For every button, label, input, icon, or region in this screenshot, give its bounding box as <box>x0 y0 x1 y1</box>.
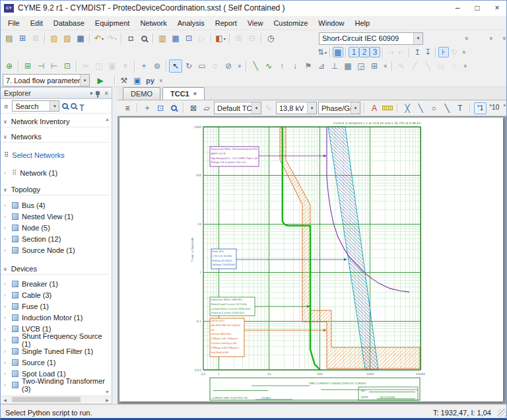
move-tool-button[interactable]: + <box>137 59 151 73</box>
tree-item-shunt-frequency-source-1[interactable]: ›Shunt Frequency Source (1) <box>1 334 112 345</box>
draw-polyline-button[interactable]: ∿ <box>262 59 275 73</box>
panel-splitter[interactable] <box>112 87 118 404</box>
script-combo-arrow-icon[interactable]: ▾ <box>80 75 89 86</box>
expand-chevron-icon[interactable]: › <box>4 202 9 209</box>
tcc-axis-setup-button[interactable]: ⊠ <box>187 102 199 115</box>
tcc-phase-combo[interactable]: Phase/Gro▾ <box>318 102 360 114</box>
toolbar-overflow-button[interactable]: » <box>487 32 495 44</box>
tap-tool-button[interactable]: ⊥ <box>328 59 341 73</box>
tcc-curve-marker-button[interactable]: ╲ <box>415 102 426 115</box>
analysis-mode-combo-arrow-icon[interactable]: ▾ <box>413 33 422 44</box>
tree-scroll-up-icon[interactable]: ▲ <box>105 117 110 122</box>
show-grid-button[interactable]: ▩ <box>333 47 343 57</box>
expand-chevron-icon[interactable]: › <box>4 225 9 231</box>
explorer-hamburger-icon[interactable]: ≡ <box>3 102 9 110</box>
undo-button[interactable]: ↶▾ <box>92 32 106 45</box>
tab-tcc1[interactable]: TCC1× <box>162 87 205 100</box>
tcc-text-tool-button[interactable]: T <box>454 102 466 115</box>
shape-ellipse-button[interactable]: ○ <box>448 59 461 73</box>
move-up-button[interactable]: ↥ <box>412 47 422 57</box>
shape-line-2-button[interactable]: ╲ <box>421 59 434 73</box>
tcc-line-tool-button[interactable]: ╲ <box>441 102 453 115</box>
cut-button[interactable]: ✂ <box>79 59 92 73</box>
orthogonal-mode-button[interactable]: ⊦ <box>438 47 449 57</box>
scroll-left-icon[interactable]: ◀ <box>1 396 9 403</box>
new-network-button[interactable]: ⊞ <box>16 32 29 45</box>
tree-item-select-networks[interactable]: ⠿Select Networks <box>1 149 112 160</box>
menu-database[interactable]: Database <box>48 16 90 30</box>
report-clipboard-button[interactable]: ▥ <box>156 32 169 45</box>
tcc-ruler-button[interactable] <box>382 102 393 115</box>
merge-networks-button[interactable]: ⊟ <box>246 32 259 45</box>
rotate-pointer-button[interactable]: ↻ <box>182 59 195 73</box>
toolbar-overflow-button[interactable]: » <box>156 75 165 87</box>
expand-chevron-icon[interactable]: › <box>4 348 9 355</box>
expand-chevron-icon[interactable]: › <box>4 337 9 343</box>
tree-item-induction-motor-1[interactable]: ›Induction Motor (1) <box>1 312 112 323</box>
phase-view-2-button[interactable]: 2 <box>359 47 370 57</box>
tcc-pan-button[interactable]: + <box>141 102 153 115</box>
tcc-font-button[interactable]: A <box>368 102 380 115</box>
merge-section-button[interactable]: ⊢ <box>48 59 61 73</box>
section-chevron-icon[interactable]: ∨ <box>3 266 7 272</box>
band-fuse-F1-band[interactable] <box>328 127 378 370</box>
menu-edit[interactable]: Edit <box>25 16 48 30</box>
scroll-right-icon[interactable]: ▶ <box>104 396 111 403</box>
insert-section-button[interactable]: ⊞ <box>21 59 34 73</box>
unselect-button[interactable]: ⊘ <box>222 59 235 73</box>
print-preview-button[interactable] <box>137 32 151 45</box>
section-chevron-icon[interactable]: ∨ <box>3 134 7 140</box>
scrollbar-thumb[interactable] <box>12 397 81 402</box>
tcc-zoom-button[interactable] <box>168 102 180 115</box>
network-data-button[interactable]: ⊠ <box>29 32 42 45</box>
section-chevron-icon[interactable]: ∨ <box>3 187 7 193</box>
maximize-button[interactable]: □ <box>467 0 487 16</box>
search-in-results-icon[interactable] <box>71 103 77 109</box>
close-button[interactable]: × <box>487 0 507 16</box>
expand-chevron-icon[interactable]: › <box>4 170 9 176</box>
shape-rect-button[interactable]: ▭ <box>434 59 448 73</box>
toolbar-overflow-button[interactable]: » <box>461 60 469 72</box>
pin-icon[interactable] <box>96 91 100 95</box>
tree-item-source-1[interactable]: ›Source (1) <box>1 357 112 368</box>
script-settings-button[interactable]: ⚒ <box>118 74 131 87</box>
open-file-button[interactable]: ▨ <box>48 32 61 45</box>
menu-help[interactable]: Help <box>349 16 375 30</box>
toolbar-overflow-button[interactable]: » <box>235 60 244 72</box>
node-down-button[interactable]: ↓ <box>288 59 302 73</box>
resize-grip[interactable] <box>498 409 506 417</box>
tree-section-network-inventory[interactable]: ∨Network Inventory <box>1 116 110 127</box>
tcc-voltage-combo-arrow-icon[interactable]: ▾ <box>307 102 316 114</box>
expand-chevron-icon[interactable]: › <box>4 213 9 220</box>
tab-demo[interactable]: DEMO <box>123 87 160 100</box>
delete-button[interactable]: × <box>119 59 132 73</box>
tcc-menu-button[interactable]: ≡ <box>121 102 133 115</box>
tcc-curve-combo[interactable]: Default TC▾ <box>214 102 261 114</box>
node-up-button[interactable]: ↑ <box>275 59 288 73</box>
expand-chevron-icon[interactable]: › <box>4 292 9 298</box>
tree-section-topology[interactable]: ∨Topology <box>1 184 110 195</box>
paste-button[interactable]: ▣ <box>106 59 119 73</box>
tcc-circle-tool-button[interactable]: ○ <box>428 102 440 115</box>
split-section-button[interactable]: ⊣ <box>34 59 48 73</box>
menu-file[interactable]: File <box>3 16 25 30</box>
properties-info-button[interactable]: ◲ <box>355 59 368 73</box>
explorer-menu-arrow-icon[interactable]: ▾ <box>90 90 92 96</box>
flag-marker-button[interactable]: ⚑ <box>302 59 315 73</box>
expand-chevron-icon[interactable]: › <box>4 303 9 310</box>
tcc-curve-combo-arrow-icon[interactable]: ▾ <box>252 102 261 114</box>
tree-item-source-node-1[interactable]: ›Source Node (1) <box>1 244 112 256</box>
python-console-button[interactable]: ▣ <box>131 74 144 87</box>
script-combo[interactable]: 7. Load flow parameters adjustmer▾ <box>3 74 90 87</box>
menu-window[interactable]: Window <box>313 16 349 30</box>
tree-item-node-5[interactable]: ›Node (5) <box>1 222 112 233</box>
grid-settings-button[interactable]: ⊞ <box>368 59 381 73</box>
export-results-button[interactable]: ▷ <box>195 32 209 45</box>
flow-forward-button[interactable]: ⇢ <box>386 47 396 57</box>
menu-view[interactable]: View <box>242 16 269 30</box>
flow-back-button[interactable]: ⇠ <box>396 47 407 57</box>
tree-section-devices[interactable]: ∨Devices <box>1 263 110 275</box>
mult-x1-button[interactable]: ×1 <box>474 102 487 114</box>
draw-line-button[interactable]: ╲ <box>249 59 262 73</box>
toolbar-overflow-button[interactable]: » <box>459 46 468 58</box>
